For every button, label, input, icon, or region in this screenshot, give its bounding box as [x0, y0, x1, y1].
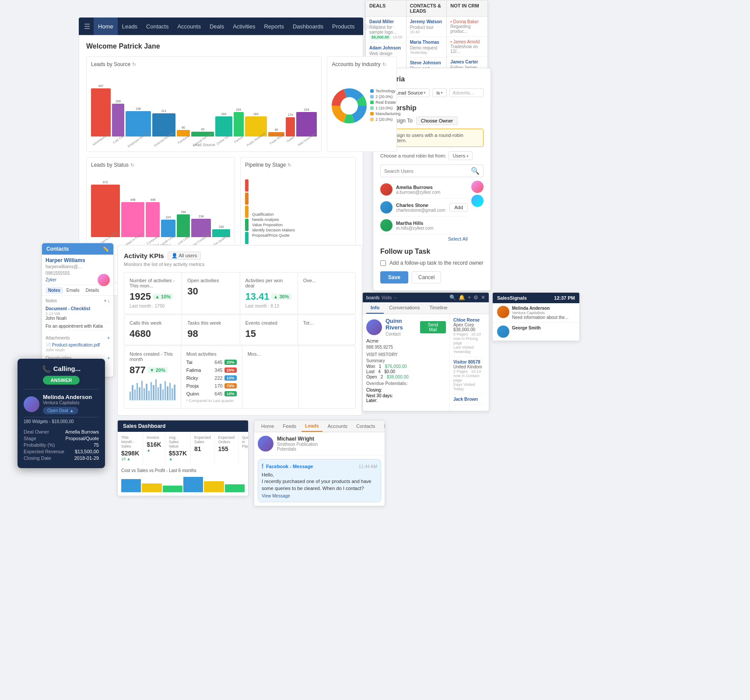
- nav-item-deals[interactable]: Deals: [205, 18, 228, 35]
- followup-section: Follow up Task Add a follow-up task to t…: [380, 248, 484, 284]
- mini-chart-area: Cost vs Sales vs Profit - Last 6 months: [118, 465, 248, 496]
- mini-bar: [167, 386, 168, 400]
- kpi-label: Invoice: [147, 435, 161, 440]
- nav-item-activities[interactable]: Activities: [228, 18, 259, 35]
- attachment-item: 📄 Product-specification.pdf John Noah: [42, 342, 113, 353]
- potential-name: Chloe Reese: [453, 318, 485, 322]
- funnel-label: Identify Decision Makers: [252, 228, 295, 232]
- save-button[interactable]: Save: [380, 271, 408, 284]
- signal-item[interactable]: Melinda Anderson Ventura Capitalists Nee…: [493, 303, 579, 323]
- notes-section: Notes + ↓ Document - Checklist 2.13 MB J…: [42, 296, 113, 333]
- close-icon[interactable]: ✕: [481, 294, 485, 301]
- legend-item: 1 (10.0%): [370, 106, 400, 110]
- refresh-icon[interactable]: ↻: [287, 162, 291, 168]
- contacts-leads-column-header: CONTACTS & LEADS: [407, 0, 447, 17]
- deal-field-row: Expected Revenue $13,500,00: [24, 449, 99, 454]
- kpi-value: 30: [187, 286, 198, 297]
- tab-timeline[interactable]: Timeline: [425, 302, 452, 314]
- settings-icon[interactable]: ⚙: [473, 294, 478, 301]
- tab-info[interactable]: Info: [366, 302, 384, 314]
- bar: [183, 477, 203, 492]
- search-icon[interactable]: 🔍: [449, 294, 456, 301]
- deal-field-row: Probability (%) 75: [24, 442, 99, 448]
- add-opportunity-icon[interactable]: +: [107, 356, 110, 360]
- chart-title: Pipeline by Stage ↻: [245, 162, 351, 168]
- nav-home[interactable]: Home: [258, 421, 277, 431]
- nav-item-products[interactable]: Products: [328, 18, 359, 35]
- condition-select[interactable]: is ▾: [432, 88, 447, 97]
- nav-leads[interactable]: Leads: [301, 420, 322, 432]
- followup-checkbox[interactable]: [380, 260, 386, 266]
- nav-item-contacts[interactable]: Contacts: [142, 18, 173, 35]
- add-note-icon[interactable]: + ↓: [104, 298, 110, 303]
- legend-dot: [370, 89, 374, 93]
- user-list-item: Martha Hills m.hills@zylker.com: [380, 217, 468, 234]
- contact-card[interactable]: Maria Thomas Demo request Yesterday: [407, 37, 447, 58]
- caller-info: Melinda Anderson Ventura Capitalists Ope…: [24, 389, 99, 414]
- avatar: [497, 306, 509, 318]
- view-message-link[interactable]: View Message: [262, 494, 377, 498]
- kpi-value: $537K: [169, 450, 187, 457]
- not-crm-card[interactable]: • James Arnold Tradeshow on 12/...: [447, 37, 487, 57]
- not-crm-sub: Regarding produc...: [450, 24, 484, 34]
- more-icon[interactable]: ···: [393, 295, 397, 300]
- criteria-value-input[interactable]: Advertis...: [449, 88, 484, 97]
- funnel-layer: [245, 219, 249, 231]
- refresh-icon[interactable]: ↻: [130, 162, 134, 168]
- cancel-button[interactable]: Cancel: [412, 271, 441, 284]
- kpi-trend: ▼ 20%: [147, 367, 168, 373]
- open-deal-button[interactable]: Open Deal ▲: [43, 407, 78, 414]
- select-all-link[interactable]: Select All: [380, 236, 468, 242]
- signal-item[interactable]: George Smith: [493, 323, 579, 341]
- search-users-input[interactable]: [384, 168, 469, 174]
- tab-emails[interactable]: Emails: [64, 287, 82, 294]
- refresh-icon[interactable]: ↻: [382, 62, 386, 67]
- nav-item-dashboards[interactable]: Dashboards: [288, 18, 328, 35]
- plus-icon[interactable]: +: [468, 294, 471, 301]
- crm-toolbar: boards Visits ··· 🔍 🔔 + ⚙ ✕: [363, 293, 489, 302]
- nav-item-home[interactable]: Home: [94, 18, 118, 35]
- legend-item: Real Estate: [370, 100, 400, 105]
- send-mail-button[interactable]: Send Mail: [420, 321, 446, 333]
- nav-item-leads[interactable]: Leads: [118, 18, 142, 35]
- nav-feeds[interactable]: Feeds: [279, 421, 300, 431]
- welcome-title: Welcome Patrick Jane: [86, 42, 356, 50]
- contacts-header: Contacts ✏️: [42, 243, 113, 255]
- tab-notes[interactable]: Notes: [46, 287, 63, 294]
- nav-deals[interactable]: Deals: [380, 421, 385, 431]
- nav-accounts[interactable]: Accounts: [324, 421, 351, 431]
- edit-icon[interactable]: ✏️: [102, 246, 109, 252]
- tab-conversations[interactable]: Conversations: [385, 302, 424, 314]
- list-select[interactable]: Users ▾: [449, 151, 473, 160]
- activity-row: Pooja 170 70%: [186, 383, 237, 389]
- tab-details[interactable]: Details: [83, 287, 102, 294]
- crm-body: Quinn Rivers Contact Send Mail Acme 888.…: [363, 314, 489, 411]
- contact-name: Jeremy Watson: [410, 19, 443, 24]
- funnel-label: Value Proposition: [252, 223, 295, 227]
- choose-owner-button[interactable]: Choose Owner: [416, 116, 458, 125]
- user-search-box[interactable]: 🔍: [380, 164, 484, 177]
- nav-contacts[interactable]: Contacts: [353, 421, 379, 431]
- answer-button[interactable]: ANSWER: [43, 376, 80, 385]
- add-button[interactable]: Add: [449, 203, 468, 212]
- sales-kpi-cell: Expected Sales 81: [191, 432, 215, 465]
- nav-item-accounts[interactable]: Accounts: [173, 18, 205, 35]
- legend-dot: [370, 101, 374, 104]
- not-crm-sub: Tradeshow on 12/...: [450, 44, 484, 54]
- refresh-icon[interactable]: ↻: [132, 62, 136, 67]
- hamburger-icon[interactable]: ☰: [84, 22, 90, 31]
- charts-row-1: Leads by Source ↻ 437Advertisement299Col…: [86, 56, 356, 152]
- bell-icon[interactable]: 🔔: [459, 294, 465, 301]
- add-attachment-icon[interactable]: +: [107, 336, 110, 340]
- nav-item-quotes[interactable]: Quotes: [359, 18, 386, 35]
- potential-item: Jack Brown: [453, 397, 485, 405]
- contact-sub: Product tour: [410, 25, 443, 30]
- activity-filter-button[interactable]: 👤 All users: [168, 252, 201, 260]
- nav-item-reports[interactable]: Reports: [259, 18, 288, 35]
- bar-group: 60Facebook: [177, 126, 190, 141]
- not-crm-card[interactable]: • Donna Baker Regarding produc...: [447, 17, 487, 37]
- nav-more-icon[interactable]: ···: [386, 23, 398, 30]
- kpi-label: Activities per won deal: [245, 278, 292, 288]
- contact-card[interactable]: Jeremy Watson Product tour 10:40: [407, 17, 447, 37]
- user-list-item: Charles Stone charlesstone@gmail.com Add: [380, 199, 468, 217]
